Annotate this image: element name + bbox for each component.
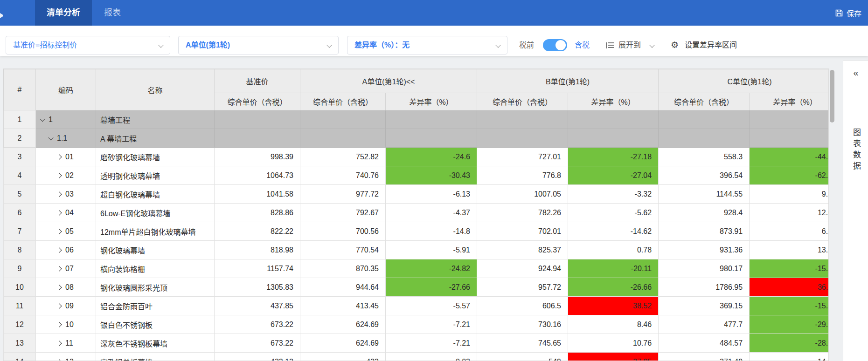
unit-a-price-cell: 624.69 bbox=[300, 315, 386, 334]
chevron-right-expand-icon[interactable] bbox=[56, 266, 62, 271]
chevron-right-expand-icon[interactable] bbox=[56, 341, 62, 346]
code-cell: 10 bbox=[36, 315, 96, 334]
table-row[interactable]: 70512mm单片超白钢化玻璃幕墙822.22700.56-14.8702.01… bbox=[4, 222, 829, 241]
table-row[interactable]: 1008钢化玻璃圆形采光顶1305.83944.64-27.66957.72-2… bbox=[4, 278, 829, 297]
chevron-right-expand-icon[interactable] bbox=[56, 247, 62, 252]
chevron-right-expand-icon[interactable] bbox=[56, 210, 62, 215]
row-index-cell: 4 bbox=[4, 166, 36, 185]
table-row[interactable]: 1412穿孔铝单板幕墙432.12432-0.0354927.05371.491… bbox=[4, 353, 829, 361]
unit-c-diff-cell: -28.0 bbox=[750, 334, 829, 353]
expand-to-button[interactable]: 展开到 bbox=[618, 36, 641, 54]
tab-report[interactable]: 报表 bbox=[92, 0, 133, 26]
item-name-cell: 穿孔铝单板幕墙 bbox=[96, 353, 215, 361]
table-row[interactable]: 1210银白色不锈钢板673.22624.69-7.21730.168.4647… bbox=[4, 315, 829, 334]
unit-b-diff-cell: 10.76 bbox=[568, 334, 659, 353]
row-index-cell: 3 bbox=[4, 148, 36, 166]
unit-a-diff-cell: -30.43 bbox=[386, 166, 477, 185]
subheader-base-unit-price: 综合单价（含税） bbox=[215, 93, 300, 110]
chart-data-panel-tab[interactable]: 图表数据 bbox=[843, 90, 868, 211]
unit-c-diff-cell: -15.3 bbox=[750, 259, 829, 278]
base-price-cell bbox=[215, 129, 300, 148]
code-cell: 07 bbox=[36, 259, 96, 278]
chart-data-panel: « 图表数据 bbox=[843, 61, 868, 361]
unit-c-diff-cell: -62.7 bbox=[750, 166, 829, 185]
chevron-right-expand-icon[interactable] bbox=[56, 303, 62, 308]
table-row[interactable]: 11幕墙工程 bbox=[4, 110, 829, 129]
table-row[interactable]: 806钢化玻璃幕墙818.98770.54-5.91825.370.78931.… bbox=[4, 241, 829, 259]
item-name-cell: 铝合金防雨百叶 bbox=[96, 297, 215, 315]
code-cell: 06 bbox=[36, 241, 96, 259]
table-row[interactable]: 1109铝合金防雨百叶437.85413.45-5.57606.538.5236… bbox=[4, 297, 829, 315]
unit-a-diff-cell: -24.6 bbox=[386, 148, 477, 166]
table-row[interactable]: 301磨砂钢化玻璃幕墙998.39752.82-24.6727.01-27.18… bbox=[4, 148, 829, 166]
code-text: 04 bbox=[65, 209, 74, 217]
unit-b-price-cell: 1007.05 bbox=[477, 185, 568, 204]
base-price-cell: 432.12 bbox=[215, 353, 300, 361]
group-header-unit-c[interactable]: C单位(第1轮) bbox=[659, 69, 829, 93]
table-row[interactable]: 1311深灰色不锈钢板幕墙673.22624.69-7.21745.6510.7… bbox=[4, 334, 829, 353]
table-row[interactable]: 6046Low-E钢化玻璃幕墙828.86792.67-4.37782.26-5… bbox=[4, 204, 829, 222]
unit-c-diff-cell bbox=[750, 129, 829, 148]
base-price-cell: 1157.74 bbox=[215, 259, 300, 278]
unit-a-diff-cell: -27.66 bbox=[386, 278, 477, 297]
chevron-right-expand-icon[interactable] bbox=[56, 322, 62, 327]
table-row[interactable]: 402透明钢化玻璃幕墙1064.73740.76-30.43776.8-27.0… bbox=[4, 166, 829, 185]
unit-c-diff-cell: 13.7 bbox=[750, 241, 829, 259]
chevron-right-expand-icon[interactable] bbox=[56, 191, 62, 197]
table-row[interactable]: 503超白钢化玻璃幕墙1041.58977.72-6.131007.05-3.3… bbox=[4, 185, 829, 204]
vertical-scrollbar-thumb[interactable] bbox=[830, 70, 834, 123]
chevron-right-expand-icon[interactable] bbox=[56, 229, 62, 234]
expand-level-icon bbox=[606, 42, 614, 48]
unit-c-diff-cell: 6.2 bbox=[750, 222, 829, 241]
unit-select[interactable]: A单位(第1轮) bbox=[178, 36, 339, 54]
unit-c-price-cell: 371.49 bbox=[659, 353, 750, 361]
collapse-panel-icon[interactable]: « bbox=[843, 68, 868, 78]
table-row[interactable]: 21.1A 幕墙工程 bbox=[4, 129, 829, 148]
unit-c-price-cell: 980.17 bbox=[659, 259, 750, 278]
table-row[interactable]: 907横向装饰格栅1157.74870.35-24.82924.94-20.11… bbox=[4, 259, 829, 278]
item-name-cell: 钢化玻璃圆形采光顶 bbox=[96, 278, 215, 297]
unit-a-diff-cell: -14.8 bbox=[386, 222, 477, 241]
row-index-cell: 11 bbox=[4, 297, 36, 315]
chevron-down-expand-icon[interactable] bbox=[40, 116, 45, 121]
chevron-right-expand-icon[interactable] bbox=[56, 154, 62, 159]
unit-b-diff-cell: 0.78 bbox=[568, 241, 659, 259]
item-name-cell: 6Low-E钢化玻璃幕墙 bbox=[96, 204, 215, 222]
base-price-cell: 822.22 bbox=[215, 222, 300, 241]
tax-toggle[interactable] bbox=[543, 39, 567, 51]
unit-b-diff-cell: -3.32 bbox=[568, 185, 659, 204]
unit-a-price-cell: 792.67 bbox=[300, 204, 386, 222]
chevron-right-expand-icon[interactable] bbox=[56, 173, 62, 178]
unit-c-diff-cell: -44.0 bbox=[750, 148, 829, 166]
base-price-select[interactable]: 基准价=招标控制价 bbox=[6, 36, 170, 54]
unit-a-diff-cell: -24.82 bbox=[386, 259, 477, 278]
code-cell: 01 bbox=[36, 148, 96, 166]
chevron-right-expand-icon[interactable] bbox=[56, 359, 62, 361]
row-index-cell: 12 bbox=[4, 315, 36, 334]
diff-rate-select[interactable]: 差异率（%）：无 bbox=[347, 36, 507, 54]
chevron-right-expand-icon[interactable] bbox=[56, 285, 62, 290]
chevron-down-icon bbox=[649, 42, 654, 48]
unit-c-price-cell: 558.3 bbox=[659, 148, 750, 166]
item-name-cell: A 幕墙工程 bbox=[96, 129, 215, 148]
tab-list-analysis[interactable]: 清单分析 bbox=[35, 0, 92, 26]
base-price-cell: 1041.58 bbox=[215, 185, 300, 204]
unit-b-price-cell bbox=[477, 110, 568, 129]
chevron-down-icon bbox=[158, 42, 163, 48]
base-price-cell: 673.22 bbox=[215, 315, 300, 334]
unit-b-price-cell bbox=[477, 129, 568, 148]
group-header-unit-a[interactable]: A单位(第1轮)<< bbox=[300, 69, 477, 93]
unit-c-price-cell: 1144.55 bbox=[659, 185, 750, 204]
row-index-cell: 5 bbox=[4, 185, 36, 204]
group-header-unit-b[interactable]: B单位(第1轮) bbox=[477, 69, 659, 93]
save-label: 保存 bbox=[847, 7, 861, 19]
chevron-down-expand-icon[interactable] bbox=[48, 135, 53, 140]
code-text: 09 bbox=[65, 302, 74, 310]
set-diff-range-button[interactable]: 设置差异率区间 bbox=[685, 36, 737, 54]
unit-b-diff-cell: -20.11 bbox=[568, 259, 659, 278]
save-button[interactable]: 保存 bbox=[835, 0, 861, 26]
group-header-base-price[interactable]: 基准价 bbox=[215, 69, 300, 93]
unit-c-price-cell: 928.4 bbox=[659, 204, 750, 222]
unit-c-diff-cell: 36.8 bbox=[750, 278, 829, 297]
subheader-c-unit-price: 综合单价（含税） bbox=[659, 93, 750, 110]
